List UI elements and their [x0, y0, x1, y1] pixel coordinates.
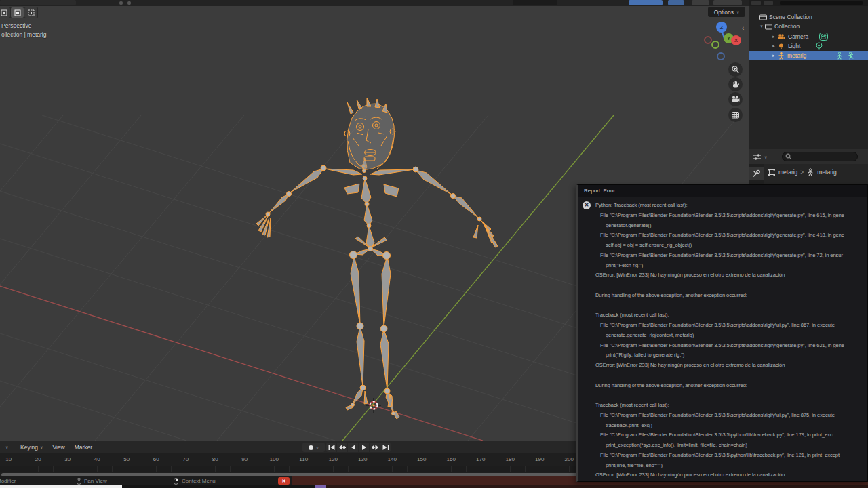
- camera-view-button[interactable]: [728, 92, 743, 106]
- outliner-search-input[interactable]: [780, 1, 863, 5]
- toggle-perspective-button[interactable]: [728, 108, 743, 122]
- breadcrumb-data[interactable]: metarig: [817, 169, 836, 176]
- metarig-armature[interactable]: [256, 98, 498, 419]
- traceback-line: OSError: [WinError 233] No hay ningún pr…: [578, 270, 867, 281]
- prev-keyframe-button[interactable]: [337, 443, 347, 452]
- topbar-widget: [119, 1, 123, 5]
- gizmo-z-ball[interactable]: Z: [716, 22, 727, 33]
- jump-start-icon: [328, 445, 335, 450]
- zoom-tool-button[interactable]: [728, 62, 743, 77]
- outliner-row-metarig[interactable]: ► metarig: [749, 51, 868, 60]
- frame-number: 50: [112, 453, 142, 466]
- report-error-panel[interactable]: Report: Error ✕ Python: Traceback (most …: [576, 184, 868, 482]
- jump-to-end-button[interactable]: [380, 443, 391, 452]
- topbar-workspace-tab[interactable]: [0, 0, 76, 5]
- outliner-tree-line: [766, 30, 766, 56]
- outliner-row-light[interactable]: ► Light: [749, 41, 868, 51]
- outliner-display-button[interactable]: [764, 1, 773, 5]
- frame-number: 40: [83, 453, 113, 466]
- search-icon: [785, 153, 792, 160]
- traceback-line: File "C:\Program Files\Blender Foundatio…: [578, 321, 867, 331]
- status-hint-context: Context Menu: [182, 476, 216, 485]
- camera-data-icon[interactable]: [819, 33, 828, 41]
- traceback-line: print(line, file=file, end=""): [578, 461, 867, 471]
- disclosure-open-icon[interactable]: ▼: [758, 24, 765, 28]
- breadcrumb-object[interactable]: metarig: [778, 169, 797, 176]
- outliner-row-collection[interactable]: ▼ Collection: [749, 22, 868, 31]
- traceback-line: File "C:\Program Files\Blender Foundatio…: [578, 341, 867, 351]
- topbar-partial: [0, 0, 749, 6]
- frame-number: 170: [466, 453, 496, 466]
- light-object-icon: [777, 43, 786, 50]
- topbar-field[interactable]: [513, 0, 557, 5]
- editor-type-button[interactable]: ∨: [753, 153, 767, 161]
- pan-tool-button[interactable]: [728, 77, 743, 92]
- menu-playback[interactable]: Playback ∨: [0, 445, 11, 449]
- mode-button-2[interactable]: [11, 7, 24, 18]
- pose-data-icon[interactable]: [847, 52, 855, 60]
- armature-object-icon: [777, 52, 785, 60]
- jump-end-icon: [382, 445, 389, 450]
- topbar-toggle-active[interactable]: [668, 0, 684, 5]
- options-dropdown-button[interactable]: Options ∨: [708, 7, 745, 17]
- chevron-down-icon: ∨: [5, 445, 8, 449]
- disclosure-closed-icon[interactable]: ►: [770, 54, 777, 58]
- tab-tool[interactable]: [749, 167, 764, 180]
- view-navigation-gizmo[interactable]: Z Y X: [702, 20, 749, 69]
- hand-icon: [731, 80, 740, 89]
- options-label: Options: [714, 9, 734, 16]
- gizmo-neg-x-ball[interactable]: [704, 36, 712, 44]
- play-button[interactable]: [359, 443, 369, 452]
- properties-breadcrumb: metarig > metarig: [764, 164, 868, 180]
- menu-marker[interactable]: Marker: [75, 444, 92, 451]
- traceback-line: self.obj = obj = self.ensure_rig_object(…: [578, 241, 867, 251]
- traceback-line: File "C:\Program Files\Blender Foundatio…: [578, 251, 867, 261]
- frame-number: 160: [437, 453, 467, 466]
- collection-icon: [765, 23, 772, 30]
- traceback-line: File "C:\Program Files\Blender Foundatio…: [578, 411, 867, 421]
- topbar-toggle[interactable]: [713, 0, 742, 5]
- outliner-row-camera[interactable]: ► Camera: [749, 32, 868, 41]
- right-mouse-icon: [174, 478, 178, 485]
- select-box-dashed-icon: [28, 9, 35, 16]
- error-badge-icon[interactable]: ✕: [278, 477, 290, 485]
- mode-button-1[interactable]: [0, 7, 10, 18]
- disclosure-closed-icon[interactable]: ►: [770, 35, 777, 39]
- armature-icon: [806, 168, 814, 176]
- topbar-toggle-active[interactable]: [629, 0, 663, 5]
- next-keyframe-button[interactable]: [370, 443, 380, 452]
- outliner-filter-button[interactable]: [751, 1, 761, 5]
- step-back-icon: [351, 445, 356, 450]
- frame-number: 130: [348, 453, 378, 466]
- mode-button-3[interactable]: [24, 7, 37, 18]
- frame-number: 100: [260, 453, 290, 466]
- chevron-down-icon: ∨: [40, 445, 43, 449]
- traceback-line: File "C:\Program Files\Blender Foundatio…: [578, 430, 867, 441]
- traceback-line: OSError: [WinError 233] No hay ningún pr…: [578, 470, 867, 481]
- jump-to-start-button[interactable]: [326, 443, 336, 452]
- armature-data-icon[interactable]: [835, 52, 844, 60]
- properties-search-input[interactable]: [782, 152, 858, 161]
- frame-number: 180: [496, 453, 526, 466]
- frame-number: 10: [0, 453, 24, 466]
- step-back-button[interactable]: [348, 443, 358, 452]
- light-data-icon[interactable]: [815, 42, 823, 50]
- topbar-toggle[interactable]: [692, 0, 709, 5]
- chevron-down-icon: ∨: [736, 9, 739, 14]
- x-axis-line: [0, 286, 483, 441]
- outliner-row-scene-collection[interactable]: Scene Collection: [749, 12, 868, 22]
- disclosure-closed-icon[interactable]: ►: [770, 44, 777, 48]
- menu-view[interactable]: View: [52, 444, 64, 451]
- auto-keying-button[interactable]: ∨: [302, 443, 325, 452]
- metarig-label: metarig: [787, 52, 806, 59]
- gizmo-neg-y-ball[interactable]: [711, 41, 719, 49]
- status-hint-pan: Pan View: [84, 476, 107, 485]
- traceback-line: [578, 301, 867, 311]
- traceback-line: File "C:\Program Files\Blender Foundatio…: [578, 230, 867, 241]
- gizmo-x-ball[interactable]: X: [731, 35, 741, 45]
- properties-panel: ∨ metarig >: [749, 149, 868, 184]
- gizmo-neg-z-ball[interactable]: [717, 52, 725, 60]
- frame-number: 20: [24, 453, 54, 466]
- traceback-line: [578, 390, 867, 401]
- menu-keying[interactable]: Keying ∨: [20, 444, 43, 451]
